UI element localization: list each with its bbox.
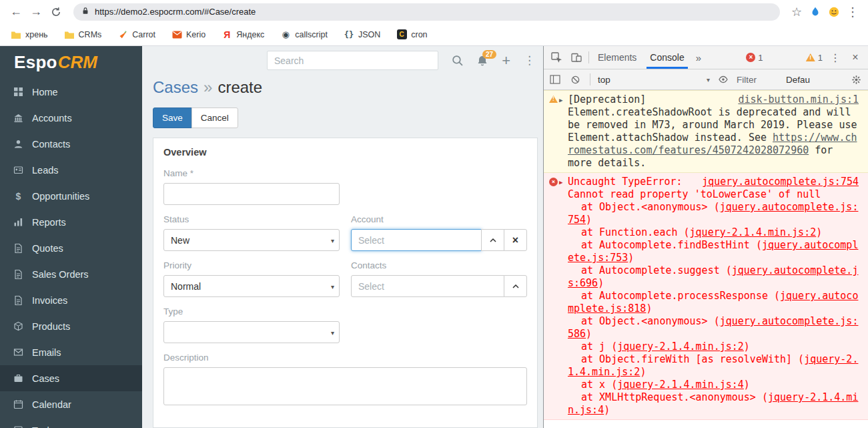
sidebar-item-contacts[interactable]: Contacts	[0, 131, 142, 157]
stack-frame: at Autocomplete.suggest (jquery.autocomp…	[568, 264, 859, 290]
bookmark-folder-hren[interactable]: хрень	[11, 29, 48, 40]
description-label: Description	[163, 353, 527, 363]
extension-icon-blue[interactable]	[807, 3, 824, 21]
stack-frame: at Object.fireWith [as resolveWith] (jqu…	[568, 353, 859, 379]
bookmark-folder-crms[interactable]: CRMs	[64, 29, 102, 40]
live-expression-eye-icon[interactable]	[715, 69, 731, 89]
search-input[interactable]	[267, 51, 438, 70]
breadcrumb-separator: »	[203, 78, 212, 96]
context-selector[interactable]: top ▾	[598, 75, 710, 85]
quick-create-icon[interactable]: +	[502, 53, 510, 68]
clear-console-icon[interactable]	[568, 69, 582, 89]
account-select-button[interactable]	[481, 229, 504, 251]
sidebar: EspoCRM Home Accounts Contacts Leads $ O…	[0, 46, 142, 428]
id-card-icon	[13, 165, 23, 175]
address-bar[interactable]: https://demo2.espocrm.com/#Case/create	[73, 3, 780, 21]
console-filter-input[interactable]	[737, 75, 781, 85]
page-title: create	[218, 78, 262, 96]
sidebar-item-accounts[interactable]: Accounts	[0, 105, 142, 131]
device-toolbar-icon[interactable]	[566, 46, 586, 69]
extension-icon-smiley[interactable]	[825, 3, 843, 21]
account-clear-button[interactable]: ×	[504, 229, 527, 251]
save-button[interactable]: Save	[153, 108, 192, 128]
espocrm-logo[interactable]: EspoCRM	[0, 46, 142, 79]
error-badge[interactable]: × 1	[743, 53, 765, 63]
log-levels-dropdown[interactable]: Defau	[786, 75, 810, 85]
inspect-element-icon[interactable]	[546, 46, 566, 69]
description-field[interactable]	[163, 367, 527, 405]
sidebar-item-quotes[interactable]: Quotes	[0, 235, 142, 261]
gear-icon[interactable]	[848, 69, 864, 89]
person-icon	[13, 139, 23, 149]
tab-elements[interactable]: Elements	[591, 46, 643, 69]
browser-menu-icon[interactable]: ⋮	[844, 3, 861, 21]
priority-select[interactable]: Normal ▾	[163, 275, 340, 297]
sidebar-item-opportunities[interactable]: $ Opportunities	[0, 183, 142, 209]
header-menu-icon[interactable]: ⋮	[524, 53, 535, 67]
search-icon[interactable]	[452, 55, 463, 66]
sidebar-item-sales-orders[interactable]: Sales Orders	[0, 261, 142, 287]
lock-icon	[81, 6, 89, 18]
bookmark-kerio[interactable]: Kerio	[171, 29, 205, 40]
sidebar-item-home[interactable]: Home	[0, 79, 142, 105]
back-icon[interactable]: ←	[7, 3, 25, 21]
bookmark-cron[interactable]: C cron	[396, 29, 427, 40]
bookmark-json[interactable]: {} JSON	[344, 29, 380, 40]
more-tabs-icon[interactable]: »	[691, 52, 706, 63]
bookmark-star-icon[interactable]: ☆	[788, 3, 805, 21]
target-icon: ◉	[280, 29, 291, 40]
case-form: Name * Status New ▾ Account	[153, 159, 537, 408]
expand-arrow-icon[interactable]: ▶	[559, 94, 562, 107]
bookmark-callscript[interactable]: ◉ callscript	[280, 29, 328, 40]
devtools-tabbar: Elements Console » × 1 ! 1 ⋮ ×	[544, 46, 868, 69]
chevron-down-icon: ▾	[331, 282, 334, 290]
refresh-icon[interactable]	[47, 3, 65, 21]
bookmark-yandex[interactable]: Я Яндекс	[222, 29, 264, 40]
sidebar-item-reports[interactable]: Reports	[0, 209, 142, 235]
sidebar-item-tasks[interactable]: Tasks	[0, 417, 142, 428]
warning-icon: !	[806, 53, 815, 61]
divider	[588, 51, 589, 63]
type-select[interactable]: ▾	[163, 321, 340, 343]
console-messages: ! ▶ disk-button.min.js:1[Deprecation] El…	[544, 90, 868, 428]
document-icon	[13, 269, 23, 279]
devtools-close-icon[interactable]: ×	[845, 46, 865, 69]
breadcrumb-cases-link[interactable]: Cases	[153, 78, 198, 96]
expand-arrow-icon[interactable]: ▶	[559, 176, 562, 189]
sidebar-item-calendar[interactable]: Calendar	[0, 391, 142, 417]
source-link[interactable]: jquery-2.1.4.min.js:4	[617, 379, 744, 391]
stack-frame: at x (jquery-2.1.4.min.js:4)	[568, 379, 859, 391]
url-text: https://demo2.espocrm.com/#Case/create	[95, 7, 256, 17]
source-link[interactable]: jquery.autocomplete.js:754	[702, 176, 859, 188]
source-link[interactable]: jquery-2.1.4.min.js:2	[690, 226, 817, 238]
calendar-icon	[13, 399, 23, 409]
cancel-button[interactable]: Cancel	[191, 108, 238, 128]
bookmark-carrot[interactable]: Carrot	[117, 29, 155, 40]
sidebar-item-products[interactable]: Products	[0, 313, 142, 339]
cron-icon: C	[396, 29, 407, 40]
source-link[interactable]: disk-button.min.js:1	[738, 93, 859, 106]
forward-icon[interactable]: →	[27, 3, 45, 21]
sidebar-item-leads[interactable]: Leads	[0, 157, 142, 183]
stack-frame: at Autocomplete.findBestHint (jquery.aut…	[568, 239, 859, 264]
contacts-field[interactable]	[351, 275, 504, 297]
contacts-label: Contacts	[351, 260, 527, 270]
browser-toolbar: ← → https://demo2.espocrm.com/#Case/crea…	[0, 0, 868, 23]
devtools-menu-icon[interactable]: ⋮	[825, 46, 845, 69]
stack-frame: at Function.each (jquery-2.1.4.min.js:2)	[568, 226, 859, 239]
warning-badge[interactable]: ! 1	[803, 53, 825, 63]
sidebar-item-invoices[interactable]: Invoices	[0, 287, 142, 313]
building-icon	[13, 113, 23, 123]
sidebar-item-cases[interactable]: Cases	[0, 365, 142, 391]
status-select[interactable]: New ▾	[163, 229, 340, 251]
chevron-down-icon: ▾	[331, 329, 334, 336]
notifications-bell-icon[interactable]: 27	[476, 55, 488, 67]
name-field[interactable]	[163, 183, 340, 205]
overview-panel: Overview Name * Status New ▾	[153, 138, 538, 428]
contacts-select-button[interactable]	[504, 275, 527, 297]
account-field[interactable]	[351, 229, 482, 251]
sidebar-item-emails[interactable]: Emails	[0, 339, 142, 365]
source-link[interactable]: jquery-2.1.4.min.js:2	[617, 341, 744, 353]
console-sidebar-icon[interactable]	[548, 69, 562, 89]
tab-console[interactable]: Console	[643, 46, 691, 69]
